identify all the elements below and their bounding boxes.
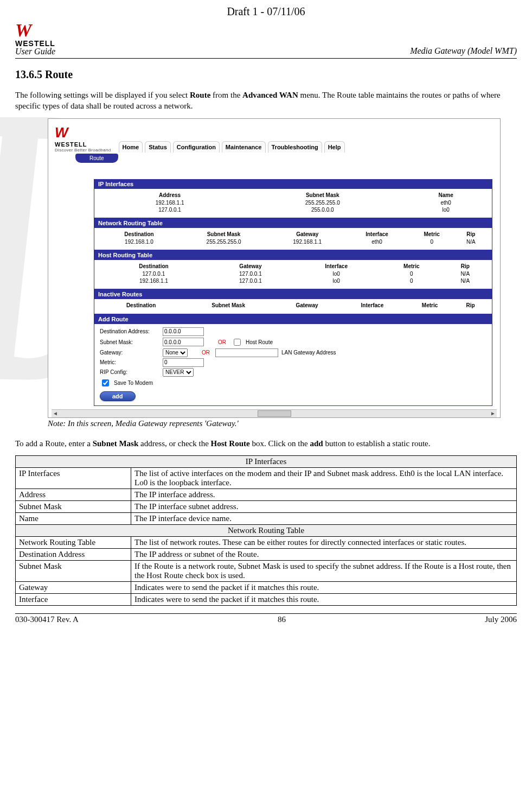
- tab-help[interactable]: Help: [324, 141, 345, 153]
- ss-tagline: Discover Better Broadband: [55, 148, 111, 153]
- ss-logo-text: WESTELL: [55, 141, 111, 148]
- tab-status[interactable]: Status: [145, 141, 171, 153]
- gw-label: Gateway:: [100, 350, 159, 356]
- mask-label: Subnet Mask:: [100, 339, 159, 345]
- rip-config-select[interactable]: NEVER: [163, 368, 194, 377]
- subnet-mask-input[interactable]: [163, 338, 204, 346]
- gateway-select[interactable]: None: [163, 348, 188, 357]
- tab-maintenance[interactable]: Maintenance: [222, 141, 266, 153]
- table-row: 192.168.1.1127.0.0.1lo00N/A: [100, 277, 486, 284]
- panel-host-routing-header: Host Routing Table: [94, 250, 492, 260]
- desc-section-ip: IP Interfaces: [16, 455, 517, 467]
- host-routing-table: DestinationGatewayInterfaceMetricRip 127…: [100, 262, 486, 284]
- table-row: 192.168.1.0255.255.255.0192.168.1.1eth00…: [100, 238, 486, 245]
- table-row: Network Routing TableThe list of network…: [16, 536, 517, 548]
- metric-input[interactable]: [163, 358, 204, 367]
- panel-add-route-header: Add Route: [94, 314, 492, 324]
- dest-address-input[interactable]: [163, 327, 204, 336]
- rip-label: RIP Config:: [100, 369, 159, 375]
- user-guide-label: User Guide: [15, 47, 55, 56]
- nav-tabs: Home Status Configuration Maintenance Tr…: [119, 141, 345, 153]
- scroll-right-icon[interactable]: ►: [490, 410, 496, 416]
- table-row: Subnet MaskThe IP interface subnet addre…: [16, 500, 517, 512]
- logo-mark-icon: W: [15, 21, 55, 40]
- tab-configuration[interactable]: Configuration: [173, 141, 220, 153]
- logo-text: WESTELL: [15, 40, 55, 47]
- table-row: Subnet MaskIf the Route is a network rou…: [16, 560, 517, 581]
- section-heading: 13.6.5 Route: [15, 68, 517, 81]
- or-label-1: OR: [218, 339, 226, 345]
- table-row: GatewayIndicates were to send the packet…: [16, 581, 517, 593]
- panel-ip-interfaces-header: IP Interfaces: [94, 179, 492, 189]
- ss-logo: W WESTELL Discover Better Broadband: [55, 124, 111, 153]
- table-row: InterfaceIndicates were to send the pack…: [16, 593, 517, 605]
- lan-gateway-label: LAN Gateway Address: [281, 350, 336, 356]
- horizontal-scrollbar[interactable]: ◄ ►: [52, 409, 497, 417]
- footer-right: July 2006: [485, 615, 517, 624]
- page-header: W WESTELL User Guide Media Gateway (Mode…: [15, 21, 517, 59]
- table-row: AddressThe IP interface address.: [16, 489, 517, 500]
- panel-net-routing-header: Network Routing Table: [94, 218, 492, 228]
- screenshot-note: Note: In this screen, Media Gateway repr…: [48, 419, 517, 428]
- or-label-2: OR: [202, 350, 210, 356]
- sub-tab-route[interactable]: Route: [75, 154, 118, 163]
- brand-logo: W WESTELL User Guide: [15, 21, 55, 56]
- description-table: IP Interfaces IP InterfacesThe list of a…: [15, 455, 517, 606]
- add-route-paragraph: To add a Route, enter a Subnet Mask addr…: [15, 438, 517, 449]
- model-label: Media Gateway (Model WMT): [410, 46, 517, 56]
- net-routing-table: DestinationSubnet MaskGatewayInterfaceMe…: [100, 230, 486, 245]
- host-route-checkbox[interactable]: [234, 339, 241, 346]
- footer-page-number: 86: [278, 615, 286, 624]
- inactive-routes-table: DestinationSubnet MaskGatewayInterfaceMe…: [100, 301, 486, 309]
- ip-interfaces-table: AddressSubnet MaskName 192.168.1.1255.25…: [100, 191, 486, 213]
- ss-logo-mark-icon: W: [55, 124, 111, 141]
- lan-gateway-input[interactable]: [215, 348, 278, 357]
- scroll-thumb[interactable]: [258, 410, 291, 417]
- table-row: Destination AddressThe IP address or sub…: [16, 548, 517, 560]
- table-row: IP InterfacesThe list of active interfac…: [16, 467, 517, 489]
- table-row: NameThe IP interface device name.: [16, 512, 517, 524]
- metric-label: Metric:: [100, 359, 159, 365]
- save-to-modem-label: Save To Modem: [114, 380, 153, 386]
- footer-left: 030-300417 Rev. A: [15, 615, 79, 624]
- host-route-label: Host Route: [246, 339, 273, 345]
- desc-section-net: Network Routing Table: [16, 524, 517, 536]
- page-footer: 030-300417 Rev. A 86 July 2006: [15, 613, 517, 624]
- table-row: 192.168.1.1255.255.255.0eth0: [100, 199, 486, 206]
- draft-header: Draft 1 - 07/11/06: [15, 5, 517, 18]
- tab-home[interactable]: Home: [119, 141, 143, 153]
- dest-label: Destination Address:: [100, 328, 159, 334]
- intro-paragraph: The following settings will be displayed…: [15, 90, 517, 112]
- table-row: 127.0.0.1127.0.0.1lo00N/A: [100, 270, 486, 277]
- scroll-left-icon[interactable]: ◄: [53, 410, 58, 416]
- panel-inactive-routes-header: Inactive Routes: [94, 289, 492, 299]
- save-to-modem-checkbox[interactable]: [102, 379, 109, 386]
- router-ui-screenshot: W WESTELL Discover Better Broadband Home…: [48, 118, 501, 418]
- tab-troubleshooting[interactable]: Troubleshooting: [268, 141, 322, 153]
- add-button[interactable]: add: [100, 391, 136, 401]
- table-row: 127.0.0.1255.0.0.0lo0: [100, 206, 486, 213]
